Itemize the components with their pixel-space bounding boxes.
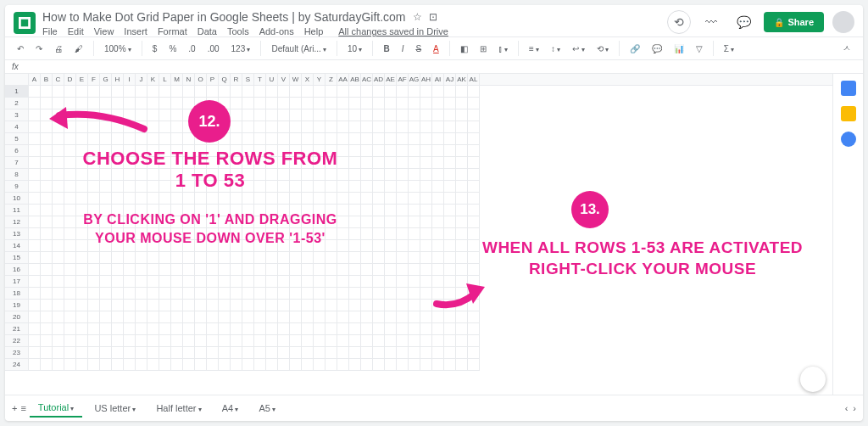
cell[interactable] <box>349 86 361 98</box>
cell[interactable] <box>314 264 326 276</box>
cell[interactable] <box>302 181 314 193</box>
cell[interactable] <box>171 300 183 311</box>
cell[interactable] <box>290 228 302 240</box>
cell[interactable] <box>219 240 231 252</box>
cell[interactable] <box>266 335 278 347</box>
cell[interactable] <box>195 276 207 288</box>
cell[interactable] <box>432 276 444 288</box>
font-select[interactable]: Default (Ari... <box>268 42 330 55</box>
cell[interactable] <box>397 240 409 252</box>
cell[interactable] <box>397 157 409 169</box>
cell[interactable] <box>468 216 480 228</box>
cell[interactable] <box>290 276 302 288</box>
cell[interactable] <box>385 288 397 300</box>
cell[interactable] <box>53 347 64 359</box>
cell[interactable] <box>254 133 266 145</box>
cell[interactable] <box>409 311 420 323</box>
cell[interactable] <box>147 359 159 371</box>
cell[interactable] <box>112 252 124 264</box>
cell[interactable] <box>420 323 432 335</box>
cell[interactable] <box>53 252 64 264</box>
cell[interactable] <box>88 145 100 157</box>
cell[interactable] <box>147 121 159 133</box>
cell[interactable] <box>314 98 326 109</box>
cell[interactable] <box>278 98 290 109</box>
cell[interactable] <box>88 193 100 205</box>
cell[interactable] <box>64 181 76 193</box>
number-format-button[interactable]: 123 <box>228 42 254 55</box>
cell[interactable] <box>136 205 147 216</box>
cell[interactable] <box>302 359 314 371</box>
cell[interactable] <box>278 252 290 264</box>
cell[interactable] <box>254 359 266 371</box>
cell[interactable] <box>76 335 88 347</box>
cell[interactable] <box>112 335 124 347</box>
cell[interactable] <box>409 109 420 121</box>
cell[interactable] <box>29 193 41 205</box>
cell[interactable] <box>397 98 409 109</box>
cell[interactable] <box>195 347 207 359</box>
row-header[interactable]: 19 <box>5 300 29 311</box>
cell[interactable] <box>159 359 171 371</box>
cell[interactable] <box>456 252 468 264</box>
menu-edit[interactable]: Edit <box>68 26 84 36</box>
cell[interactable] <box>207 133 219 145</box>
cell[interactable] <box>219 347 231 359</box>
cell[interactable] <box>349 109 361 121</box>
cell[interactable] <box>314 216 326 228</box>
cell[interactable] <box>159 300 171 311</box>
cell[interactable] <box>361 311 373 323</box>
cell[interactable] <box>456 276 468 288</box>
cell[interactable] <box>385 169 397 181</box>
cell[interactable] <box>349 145 361 157</box>
cell[interactable] <box>231 347 242 359</box>
cell[interactable] <box>29 181 41 193</box>
cell[interactable] <box>231 335 242 347</box>
cell[interactable] <box>444 288 456 300</box>
cell[interactable] <box>29 169 41 181</box>
cell[interactable] <box>254 276 266 288</box>
cell[interactable] <box>136 216 147 228</box>
cell[interactable] <box>373 335 385 347</box>
cell[interactable] <box>242 181 254 193</box>
cell[interactable] <box>195 300 207 311</box>
cell[interactable] <box>432 133 444 145</box>
cell[interactable] <box>432 359 444 371</box>
row-header[interactable]: 24 <box>5 359 29 371</box>
cell[interactable] <box>468 264 480 276</box>
cell[interactable] <box>112 145 124 157</box>
cell[interactable] <box>183 276 195 288</box>
cell[interactable] <box>76 347 88 359</box>
column-header[interactable]: AF <box>397 74 409 85</box>
cell[interactable] <box>88 288 100 300</box>
cell[interactable] <box>278 264 290 276</box>
cell[interactable] <box>41 252 53 264</box>
cell[interactable] <box>349 359 361 371</box>
cell[interactable] <box>195 264 207 276</box>
row-header[interactable]: 8 <box>5 169 29 181</box>
cell[interactable] <box>242 335 254 347</box>
cell[interactable] <box>159 228 171 240</box>
strike-button[interactable]: S <box>412 42 425 55</box>
cell[interactable] <box>456 311 468 323</box>
cell[interactable] <box>76 181 88 193</box>
cell[interactable] <box>361 181 373 193</box>
cell[interactable] <box>444 335 456 347</box>
cell[interactable] <box>219 216 231 228</box>
cell[interactable] <box>337 216 349 228</box>
scroll-left-icon[interactable]: ‹ <box>845 403 849 413</box>
cell[interactable] <box>361 205 373 216</box>
row-header[interactable]: 18 <box>5 288 29 300</box>
cell[interactable] <box>147 323 159 335</box>
row-header[interactable]: 10 <box>5 193 29 205</box>
cell[interactable] <box>266 86 278 98</box>
column-header[interactable]: Y <box>314 74 326 85</box>
cell[interactable] <box>302 109 314 121</box>
cell[interactable] <box>278 228 290 240</box>
cell[interactable] <box>290 264 302 276</box>
cell[interactable] <box>444 216 456 228</box>
cell[interactable] <box>231 288 242 300</box>
cell[interactable] <box>219 205 231 216</box>
cell[interactable] <box>385 347 397 359</box>
cell[interactable] <box>456 181 468 193</box>
